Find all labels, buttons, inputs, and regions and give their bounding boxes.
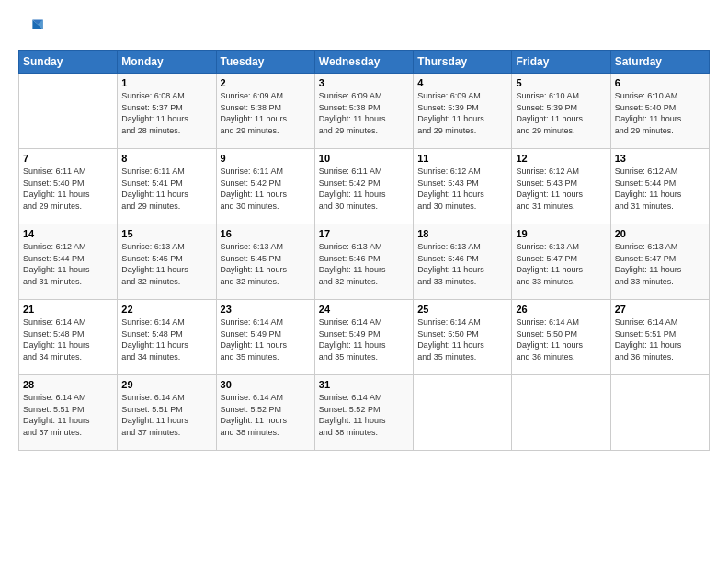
day-number: 20 bbox=[615, 228, 705, 239]
day-number: 30 bbox=[221, 379, 311, 390]
calendar-cell: 16Sunrise: 6:13 AMSunset: 5:45 PMDayligh… bbox=[216, 224, 314, 300]
calendar-cell bbox=[414, 375, 512, 451]
day-info: Sunrise: 6:13 AMSunset: 5:45 PMDaylight:… bbox=[221, 241, 311, 287]
logo-icon bbox=[18, 15, 44, 40]
day-number: 3 bbox=[319, 77, 409, 88]
day-number: 12 bbox=[516, 153, 606, 164]
calendar-cell: 31Sunrise: 6:14 AMSunset: 5:52 PMDayligh… bbox=[314, 375, 413, 451]
header-day-monday: Monday bbox=[118, 51, 216, 74]
day-info: Sunrise: 6:13 AMSunset: 5:47 PMDaylight:… bbox=[615, 241, 705, 287]
day-number: 22 bbox=[121, 304, 211, 315]
day-info: Sunrise: 6:12 AMSunset: 5:43 PMDaylight:… bbox=[417, 166, 507, 212]
week-row-5: 28Sunrise: 6:14 AMSunset: 5:51 PMDayligh… bbox=[19, 375, 710, 451]
calendar-cell: 9Sunrise: 6:11 AMSunset: 5:42 PMDaylight… bbox=[216, 149, 314, 224]
header-day-wednesday: Wednesday bbox=[314, 51, 413, 74]
day-info: Sunrise: 6:14 AMSunset: 5:48 PMDaylight:… bbox=[23, 316, 113, 362]
calendar-cell: 2Sunrise: 6:09 AMSunset: 5:38 PMDaylight… bbox=[216, 74, 314, 149]
day-number: 2 bbox=[221, 77, 311, 88]
calendar-cell bbox=[19, 74, 118, 149]
day-number: 14 bbox=[23, 228, 113, 239]
day-info: Sunrise: 6:11 AMSunset: 5:40 PMDaylight:… bbox=[23, 166, 113, 212]
day-info: Sunrise: 6:11 AMSunset: 5:42 PMDaylight:… bbox=[221, 166, 311, 212]
day-info: Sunrise: 6:14 AMSunset: 5:52 PMDaylight:… bbox=[221, 392, 311, 438]
week-row-1: 1Sunrise: 6:08 AMSunset: 5:37 PMDaylight… bbox=[19, 74, 710, 149]
day-info: Sunrise: 6:13 AMSunset: 5:46 PMDaylight:… bbox=[417, 241, 507, 287]
day-info: Sunrise: 6:08 AMSunset: 5:37 PMDaylight:… bbox=[121, 90, 211, 136]
calendar-cell: 3Sunrise: 6:09 AMSunset: 5:38 PMDaylight… bbox=[314, 74, 413, 149]
day-number: 9 bbox=[221, 153, 311, 164]
week-row-3: 14Sunrise: 6:12 AMSunset: 5:44 PMDayligh… bbox=[19, 224, 710, 300]
day-info: Sunrise: 6:12 AMSunset: 5:44 PMDaylight:… bbox=[615, 166, 705, 212]
day-info: Sunrise: 6:11 AMSunset: 5:41 PMDaylight:… bbox=[121, 166, 211, 212]
day-number: 11 bbox=[417, 153, 507, 164]
day-number: 21 bbox=[23, 304, 113, 315]
header bbox=[18, 15, 710, 40]
day-info: Sunrise: 6:14 AMSunset: 5:50 PMDaylight:… bbox=[417, 316, 507, 362]
calendar-cell: 20Sunrise: 6:13 AMSunset: 5:47 PMDayligh… bbox=[610, 224, 709, 300]
header-day-sunday: Sunday bbox=[19, 51, 118, 74]
calendar-cell bbox=[512, 375, 610, 451]
day-number: 23 bbox=[221, 304, 311, 315]
day-number: 7 bbox=[23, 153, 113, 164]
day-info: Sunrise: 6:10 AMSunset: 5:40 PMDaylight:… bbox=[615, 90, 705, 136]
calendar-cell: 8Sunrise: 6:11 AMSunset: 5:41 PMDaylight… bbox=[118, 149, 216, 224]
day-number: 18 bbox=[417, 228, 507, 239]
calendar-cell: 19Sunrise: 6:13 AMSunset: 5:47 PMDayligh… bbox=[512, 224, 610, 300]
day-number: 27 bbox=[615, 304, 705, 315]
calendar-cell: 4Sunrise: 6:09 AMSunset: 5:39 PMDaylight… bbox=[414, 74, 512, 149]
calendar-cell: 14Sunrise: 6:12 AMSunset: 5:44 PMDayligh… bbox=[19, 224, 118, 300]
calendar-cell: 30Sunrise: 6:14 AMSunset: 5:52 PMDayligh… bbox=[216, 375, 314, 451]
day-info: Sunrise: 6:09 AMSunset: 5:38 PMDaylight:… bbox=[319, 90, 409, 136]
day-number: 4 bbox=[417, 77, 507, 88]
day-number: 25 bbox=[417, 304, 507, 315]
calendar-cell: 17Sunrise: 6:13 AMSunset: 5:46 PMDayligh… bbox=[314, 224, 413, 300]
day-number: 1 bbox=[121, 77, 211, 88]
day-info: Sunrise: 6:10 AMSunset: 5:39 PMDaylight:… bbox=[516, 90, 606, 136]
day-info: Sunrise: 6:14 AMSunset: 5:49 PMDaylight:… bbox=[319, 316, 409, 362]
day-number: 29 bbox=[121, 379, 211, 390]
day-info: Sunrise: 6:14 AMSunset: 5:49 PMDaylight:… bbox=[221, 316, 311, 362]
page: SundayMondayTuesdayWednesdayThursdayFrid… bbox=[0, 0, 728, 460]
header-day-saturday: Saturday bbox=[610, 51, 709, 74]
calendar-cell: 1Sunrise: 6:08 AMSunset: 5:37 PMDaylight… bbox=[118, 74, 216, 149]
calendar-cell: 29Sunrise: 6:14 AMSunset: 5:51 PMDayligh… bbox=[118, 375, 216, 451]
day-number: 5 bbox=[516, 77, 606, 88]
calendar-cell: 10Sunrise: 6:11 AMSunset: 5:42 PMDayligh… bbox=[314, 149, 413, 224]
day-number: 28 bbox=[23, 379, 113, 390]
calendar-cell: 18Sunrise: 6:13 AMSunset: 5:46 PMDayligh… bbox=[414, 224, 512, 300]
calendar-cell: 24Sunrise: 6:14 AMSunset: 5:49 PMDayligh… bbox=[314, 300, 413, 375]
header-day-thursday: Thursday bbox=[414, 51, 512, 74]
calendar-cell: 15Sunrise: 6:13 AMSunset: 5:45 PMDayligh… bbox=[118, 224, 216, 300]
day-info: Sunrise: 6:14 AMSunset: 5:51 PMDaylight:… bbox=[121, 392, 211, 438]
calendar-cell: 7Sunrise: 6:11 AMSunset: 5:40 PMDaylight… bbox=[19, 149, 118, 224]
calendar-cell: 13Sunrise: 6:12 AMSunset: 5:44 PMDayligh… bbox=[610, 149, 709, 224]
calendar-cell: 27Sunrise: 6:14 AMSunset: 5:51 PMDayligh… bbox=[610, 300, 709, 375]
day-info: Sunrise: 6:14 AMSunset: 5:51 PMDaylight:… bbox=[615, 316, 705, 362]
day-info: Sunrise: 6:13 AMSunset: 5:46 PMDaylight:… bbox=[319, 241, 409, 287]
day-number: 10 bbox=[319, 153, 409, 164]
calendar-cell: 21Sunrise: 6:14 AMSunset: 5:48 PMDayligh… bbox=[19, 300, 118, 375]
day-number: 13 bbox=[615, 153, 705, 164]
calendar-cell: 23Sunrise: 6:14 AMSunset: 5:49 PMDayligh… bbox=[216, 300, 314, 375]
day-number: 15 bbox=[121, 228, 211, 239]
calendar-cell: 6Sunrise: 6:10 AMSunset: 5:40 PMDaylight… bbox=[610, 74, 709, 149]
week-row-4: 21Sunrise: 6:14 AMSunset: 5:48 PMDayligh… bbox=[19, 300, 710, 375]
header-day-friday: Friday bbox=[512, 51, 610, 74]
day-number: 24 bbox=[319, 304, 409, 315]
calendar-cell: 5Sunrise: 6:10 AMSunset: 5:39 PMDaylight… bbox=[512, 74, 610, 149]
calendar-cell: 12Sunrise: 6:12 AMSunset: 5:43 PMDayligh… bbox=[512, 149, 610, 224]
day-info: Sunrise: 6:14 AMSunset: 5:52 PMDaylight:… bbox=[319, 392, 409, 438]
day-number: 8 bbox=[121, 153, 211, 164]
day-number: 26 bbox=[516, 304, 606, 315]
calendar-cell: 28Sunrise: 6:14 AMSunset: 5:51 PMDayligh… bbox=[19, 375, 118, 451]
day-info: Sunrise: 6:14 AMSunset: 5:50 PMDaylight:… bbox=[516, 316, 606, 362]
day-number: 19 bbox=[516, 228, 606, 239]
day-info: Sunrise: 6:12 AMSunset: 5:44 PMDaylight:… bbox=[23, 241, 113, 287]
calendar-cell: 26Sunrise: 6:14 AMSunset: 5:50 PMDayligh… bbox=[512, 300, 610, 375]
day-number: 16 bbox=[221, 228, 311, 239]
calendar-cell: 22Sunrise: 6:14 AMSunset: 5:48 PMDayligh… bbox=[118, 300, 216, 375]
day-number: 6 bbox=[615, 77, 705, 88]
day-info: Sunrise: 6:14 AMSunset: 5:51 PMDaylight:… bbox=[23, 392, 113, 438]
day-number: 31 bbox=[319, 379, 409, 390]
day-info: Sunrise: 6:14 AMSunset: 5:48 PMDaylight:… bbox=[121, 316, 211, 362]
